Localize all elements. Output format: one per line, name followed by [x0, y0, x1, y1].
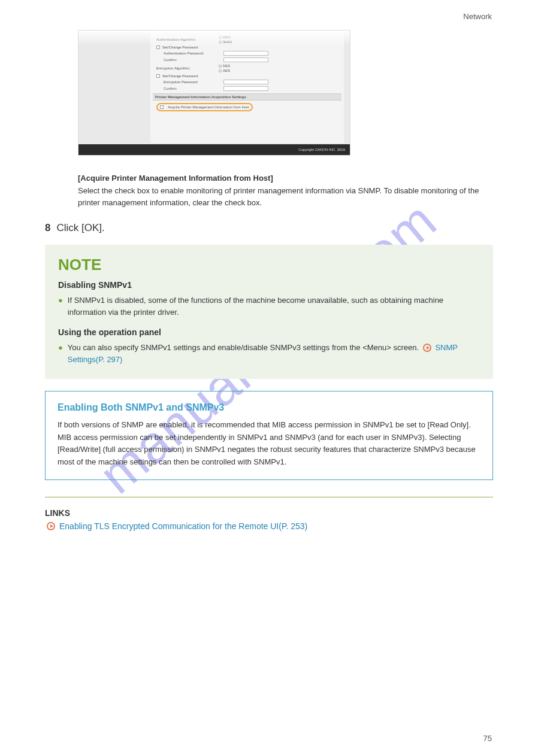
highlighted-option: Acquire Printer Management Information f…: [156, 103, 253, 111]
callout-title: Enabling Both SNMPv1 and SNMPv3: [58, 402, 480, 413]
note-title: NOTE: [58, 256, 480, 274]
screenshot-footer: Copyright CANON INC. 2016: [78, 144, 350, 155]
set-change-pw-2: Set/Change Password: [162, 74, 198, 78]
note-subhead-2: Using the operation panel: [58, 327, 480, 337]
highlight-label: Acquire Printer Management Information f…: [168, 105, 249, 109]
tls-link[interactable]: Enabling TLS Encrypted Communication for…: [59, 521, 307, 531]
note-box: NOTE Disabling SNMPv1 ● If SNMPv1 is dis…: [45, 245, 493, 379]
confirm-label-1: Confirm:: [164, 58, 223, 62]
callout-body: If both versions of SNMP are enabled, it…: [58, 419, 480, 469]
link-play-icon: [423, 344, 431, 352]
option-title: [Acquire Printer Management Information …: [78, 174, 493, 183]
enc-opt-aes: AES: [223, 69, 230, 72]
settings-screenshot: Authentication Algorithm: MD5 SHA1 Set/C…: [78, 30, 350, 156]
auth-pw-input: [223, 51, 268, 56]
enc-opt-des: DES: [223, 64, 230, 68]
radio-icon: [219, 69, 222, 72]
radio-icon: [219, 65, 222, 68]
enc-algo-label: Encryption Algorithm:: [156, 66, 216, 70]
confirm-label-2: Confirm:: [164, 87, 223, 90]
option-text: Select the check box to enable monitorin…: [78, 185, 493, 209]
step-text: Click [OK].: [56, 222, 104, 233]
note-bullet-1: If SNMPv1 is disabled, some of the funct…: [68, 294, 480, 318]
checkbox-icon: [156, 74, 160, 78]
section-header: Printer Management Information Acquisiti…: [153, 93, 341, 101]
confirm-input-1: [223, 57, 268, 62]
set-change-pw-1: Set/Change Password: [162, 45, 198, 49]
checkbox-icon: [160, 105, 164, 109]
auth-pw-label: Authentication Password:: [164, 51, 223, 55]
bullet-icon: ●: [58, 294, 63, 318]
note-bullet-2: You can also specify SNMPv1 settings and…: [68, 342, 480, 366]
page-number: 75: [483, 734, 492, 743]
links-heading: LINKS: [45, 508, 493, 518]
callout-box: Enabling Both SNMPv1 and SNMPv3 If both …: [45, 391, 493, 480]
note-subhead-1: Disabling SNMPv1: [58, 280, 480, 290]
checkbox-icon: [156, 45, 160, 49]
step-8: 8Click [OK].: [45, 222, 493, 234]
bullet-icon: ●: [58, 342, 63, 366]
confirm-input-2: [223, 86, 268, 91]
enc-pw-input: [223, 80, 268, 84]
step-number: 8: [45, 222, 50, 233]
divider: [45, 497, 493, 497]
enc-pw-label: Encryption Password:: [164, 80, 223, 84]
link-play-icon: [47, 522, 55, 530]
